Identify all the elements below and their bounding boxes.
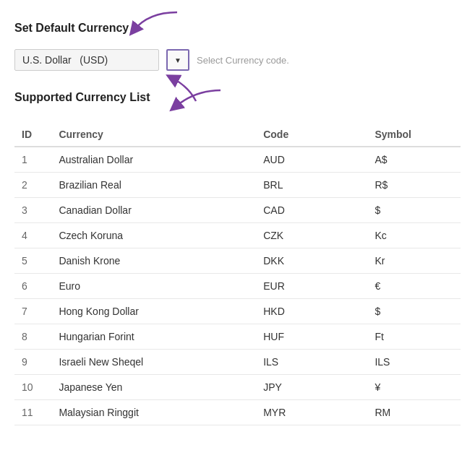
cell-currency: Hong Kong Dollar [51,299,256,324]
table-row: 7 Hong Kong Dollar HKD $ [14,299,461,324]
cell-code: BRL [256,173,367,198]
cell-symbol: RM [367,400,461,425]
col-header-currency: Currency [51,123,256,147]
cell-currency: Czech Koruna [51,223,256,248]
cell-currency: Hungarian Forint [51,324,256,350]
cell-symbol: Kr [367,248,461,274]
cell-id: 7 [14,299,51,324]
cell-symbol: ILS [367,350,461,375]
select-hint-text: Select Currency code. [197,55,289,66]
cell-currency: Euro [51,274,256,299]
cell-symbol: $ [367,299,461,324]
cell-id: 4 [14,223,51,248]
cell-code: EUR [256,274,367,299]
cell-id: 9 [14,350,51,375]
cell-code: AUD [256,147,367,173]
table-row: 3 Canadian Dollar CAD $ [14,198,461,223]
table-row: 8 Hungarian Forint HUF Ft [14,324,461,350]
table-row: 10 Japanese Yen JPY ¥ [14,375,461,400]
cell-currency: Israeli New Sheqel [51,350,256,375]
table-row: 9 Israeli New Sheqel ILS ILS [14,350,461,375]
col-header-code: Code [256,123,367,147]
table-body: 1 Australian Dollar AUD A$ 2 Brazilian R… [14,147,461,425]
cell-id: 3 [14,198,51,223]
cell-symbol: R$ [367,173,461,198]
cell-symbol: ¥ [367,375,461,400]
cell-id: 11 [14,400,51,425]
cell-code: CAD [256,198,367,223]
set-default-title: Set Default Currency [14,22,129,35]
table-row: 4 Czech Koruna CZK Kc [14,223,461,248]
cell-code: HKD [256,299,367,324]
cell-id: 5 [14,248,51,274]
table-row: 5 Danish Krone DKK Kr [14,248,461,274]
cell-id: 8 [14,324,51,350]
cell-symbol: $ [367,198,461,223]
table-row: 1 Australian Dollar AUD A$ [14,147,461,173]
dropdown-arrow-icon: ▼ [174,56,181,64]
cell-code: HUF [256,324,367,350]
col-header-id: ID [14,123,51,147]
cell-currency: Canadian Dollar [51,198,256,223]
table-row: 6 Euro EUR € [14,274,461,299]
cell-id: 6 [14,274,51,299]
table-row: 2 Brazilian Real BRL R$ [14,173,461,198]
dropdown-button[interactable]: ▼ [166,49,189,71]
cell-currency: Australian Dollar [51,147,256,173]
table-row: 11 Malaysian Ringgit MYR RM [14,400,461,425]
cell-id: 2 [14,173,51,198]
cell-currency: Malaysian Ringgit [51,400,256,425]
table-header: ID Currency Code Symbol [14,123,461,147]
cell-symbol: € [367,274,461,299]
cell-currency: Danish Krone [51,248,256,274]
col-header-symbol: Symbol [367,123,461,147]
cell-currency: Brazilian Real [51,173,256,198]
cell-symbol: Ft [367,324,461,350]
cell-code: CZK [256,223,367,248]
cell-code: MYR [256,400,367,425]
cell-code: DKK [256,248,367,274]
cell-id: 1 [14,147,51,173]
cell-currency: Japanese Yen [51,375,256,400]
currency-table: ID Currency Code Symbol 1 Australian Dol… [14,123,461,425]
cell-symbol: Kc [367,223,461,248]
cell-symbol: A$ [367,147,461,173]
currency-input[interactable] [14,49,159,71]
cell-id: 10 [14,375,51,400]
cell-code: ILS [256,350,367,375]
supported-list-title: Supported Currency List [14,91,150,104]
cell-code: JPY [256,375,367,400]
